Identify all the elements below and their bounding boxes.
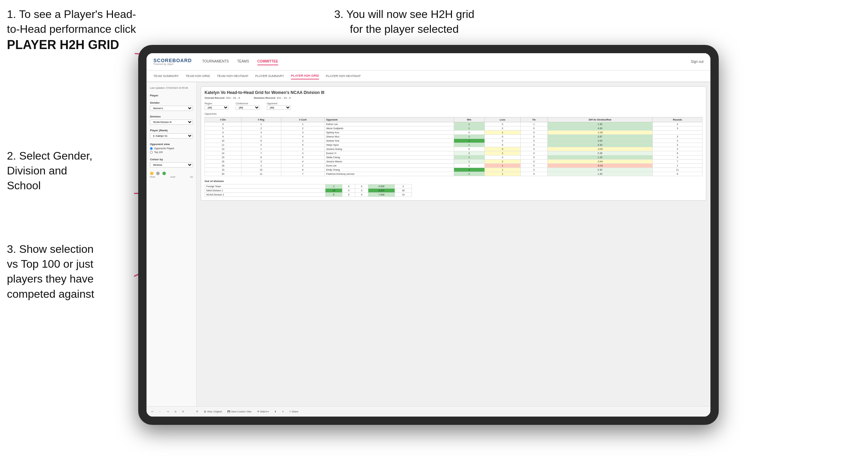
ood-cell-name: NAIA Division 1	[205, 189, 326, 193]
conference-filter[interactable]: (All)	[236, 105, 260, 110]
cell-win: 1	[454, 122, 484, 126]
colour-by-select[interactable]: Win/loss	[150, 162, 193, 168]
cell-reg: 3	[241, 131, 281, 135]
cell-rounds: 3	[653, 126, 702, 131]
cell-div: 11	[205, 143, 242, 147]
radio-top-100[interactable]: Top 100	[150, 151, 193, 154]
cell-name: Stella Cheng	[324, 155, 454, 160]
cell-name: Alexis Sudjianto	[324, 126, 454, 131]
instruction-bold: PLAYER H2H GRID	[7, 38, 119, 52]
sub-nav-team-h2h-grid[interactable]: TEAM H2H GRID	[186, 73, 210, 79]
cell-diff: -1.00	[547, 131, 652, 135]
toolbar-time[interactable]: ⏱	[195, 410, 200, 413]
cell-diff: 3.67	[547, 135, 652, 139]
sub-nav-team-h2h-heatmap[interactable]: TEAM H2H HEATMAP	[217, 73, 248, 79]
opponent-view-label: Opponent view	[150, 143, 193, 146]
ood-cell-tie: 0	[355, 189, 368, 193]
cell-div: 6	[205, 131, 242, 135]
radio-opponents-played[interactable]: Opponents Played	[150, 147, 193, 150]
ood-cell-win: 5	[326, 193, 342, 197]
division-select[interactable]: NCAA Division III	[150, 120, 193, 125]
toolbar-watch[interactable]: 👁 Watch ▾	[256, 410, 270, 414]
legend-dot-up	[162, 172, 166, 175]
opponents-row: Opponents:	[205, 113, 702, 115]
table-header-row: # Div # Reg # Conf Opponent Win Loss Tie…	[205, 117, 702, 122]
instruction-top-left: 1. To see a Player's Head- to-Head perfo…	[7, 7, 138, 54]
cell-rounds: 11	[653, 168, 702, 172]
cell-conf: 3	[281, 131, 324, 135]
cell-div: 20	[205, 172, 242, 176]
opponent-filter[interactable]: (All)	[267, 105, 291, 110]
sub-nav-player-h2h-heatmap[interactable]: PLAYER H2H HEATMAP	[326, 73, 361, 79]
cell-win: 1	[454, 155, 484, 160]
h2h-table: # Div # Reg # Conf Opponent Win Loss Tie…	[205, 117, 702, 176]
cell-tie: 0	[520, 155, 547, 160]
cell-rounds: 3	[653, 143, 702, 147]
opponent-view-section: Opponent view Opponents Played Top 100	[150, 143, 193, 154]
player-rank-label: Player (Rank)	[150, 129, 193, 132]
bottom-toolbar: ↩ ← ↪ ⊙ ⟳ · ⏱ 🗎 View: Original 💾 Save Cu…	[147, 406, 710, 417]
cell-rounds: 2	[653, 147, 702, 151]
legend-dot-level	[156, 172, 160, 175]
logo-sub: Powered by clippd	[153, 63, 192, 65]
gender-select[interactable]: Women's	[150, 106, 193, 111]
cell-conf: 2	[281, 126, 324, 131]
ood-cell-diff: 9.267	[368, 189, 395, 193]
cell-win: 2	[454, 151, 484, 155]
cell-tie: 0	[520, 151, 547, 155]
cell-rounds: 7	[653, 160, 702, 164]
table-row: 14 7 4 Eunice Yi 2 2 0 0.38 9	[205, 151, 702, 155]
sub-nav-team-summary[interactable]: TEAM SUMMARY	[153, 73, 179, 79]
sub-nav-player-h2h-grid[interactable]: PLAYER H2H GRID	[291, 73, 319, 79]
cell-conf: 5	[281, 155, 324, 160]
sub-nav-player-summary[interactable]: PLAYER SUMMARY	[255, 73, 284, 79]
nav-bar: SCOREBOARD Powered by clippd TOURNAMENTS…	[147, 53, 710, 70]
cell-diff: 1.50	[547, 122, 652, 126]
cell-diff: 4.00	[547, 139, 652, 143]
nav-tournaments[interactable]: TOURNAMENTS	[202, 58, 229, 65]
ood-cell-tie: 0	[355, 184, 368, 189]
table-row: 15 8 5 Stella Cheng 1 0 0 1.25 4	[205, 155, 702, 160]
nav-teams[interactable]: TEAMS	[237, 58, 249, 65]
toolbar-redo[interactable]: ↪	[166, 410, 170, 414]
cell-diff: 3.33	[547, 143, 652, 147]
toolbar-filter[interactable]: ⊙	[173, 410, 178, 414]
toolbar-refresh[interactable]: ⟳	[181, 410, 186, 414]
colour-by-label: Colour by	[150, 158, 193, 161]
cell-name: Emily Chang	[324, 168, 454, 172]
cell-diff: -5.00	[547, 164, 652, 168]
ood-cell-rounds: 30	[395, 189, 412, 193]
cell-tie: 0	[520, 135, 547, 139]
ood-cell-win: 1	[326, 184, 342, 189]
toolbar-undo[interactable]: ↩	[150, 410, 155, 414]
col-reg: # Reg	[241, 117, 281, 122]
cell-rounds: 4	[653, 122, 702, 126]
ood-cell-rounds: 10	[395, 193, 412, 197]
nav-committee[interactable]: COMMITTEE	[257, 58, 278, 65]
ood-cell-loss: 0	[342, 193, 355, 197]
toolbar-download[interactable]: ⬇	[273, 410, 278, 414]
tablet-device: SCOREBOARD Powered by clippd TOURNAMENTS…	[138, 45, 719, 425]
cell-rounds: 9	[653, 151, 702, 155]
toolbar-menu[interactable]: ≡	[281, 410, 285, 413]
nav-sign-out[interactable]: Sign out	[691, 60, 704, 64]
timestamp: Last Updated: 27/03/2024 16:55:38	[150, 86, 193, 90]
toolbar-back[interactable]: ←	[158, 410, 163, 413]
cell-rounds	[653, 131, 702, 135]
cell-win: 4	[454, 168, 484, 172]
toolbar-save-view[interactable]: 💾 Save Custom View	[226, 410, 253, 414]
toolbar-share[interactable]: ↗ Share	[287, 410, 300, 414]
cell-div: 9	[205, 135, 242, 139]
toolbar-view-original[interactable]: 🗎 View: Original	[202, 410, 223, 413]
cell-name: Sydney Kuo	[324, 131, 454, 135]
cell-name: Heejo Hyun	[324, 143, 454, 147]
cell-tie: 0	[520, 160, 547, 164]
player-rank-select[interactable]: 8. Katelyn Vo	[150, 133, 193, 139]
region-filter-group: Region (All)	[205, 102, 229, 110]
cell-loss: 0	[484, 155, 520, 160]
cell-win: 2	[454, 172, 484, 176]
cell-diff: 1.33	[547, 172, 652, 176]
division-label: Division	[150, 115, 193, 118]
region-filter[interactable]: (All)	[205, 105, 229, 110]
cell-reg: 2	[241, 164, 281, 168]
